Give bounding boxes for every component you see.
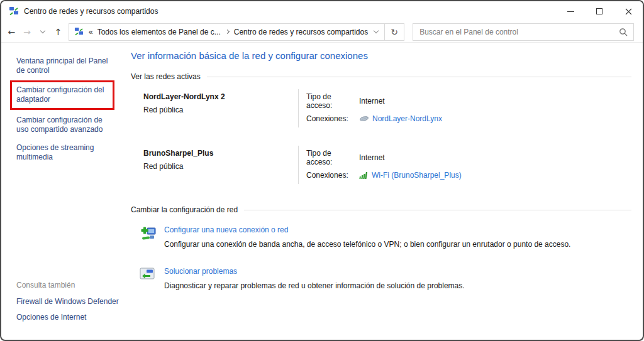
connections-row: Conexiones: NordLayer-NordLynx <box>306 114 442 123</box>
sidebar-item-media-streaming-options[interactable]: Opciones de streaming multimedia <box>16 143 116 162</box>
network-details: Tipo de acceso: Internet Conexiones: <box>306 146 462 184</box>
task-description: Diagnosticar y reparar problemas de red … <box>164 281 465 291</box>
connections-label: Conexiones: <box>306 114 359 123</box>
section-active-networks-label: Ver las redes activas <box>131 72 201 81</box>
breadcrumb-separator-icon <box>225 30 230 34</box>
breadcrumb-item-control-panel[interactable]: Todos los elementos de Panel de c... <box>97 28 221 36</box>
sidebar-item-change-adapter-settings[interactable]: Cambiar configuración del adaptador <box>16 85 109 104</box>
access-type-row: Tipo de acceso: Internet <box>306 149 462 166</box>
network-summary: NordLayer-NordLynx 2 Red pública <box>143 89 298 127</box>
address-bar[interactable]: « Todos los elementos de Panel de c... C… <box>69 23 404 41</box>
wifi-icon <box>359 171 369 179</box>
section-active-networks: Ver las redes activas <box>131 72 631 81</box>
sidebar-item-internet-options[interactable]: Opciones de Internet <box>16 313 122 322</box>
network-sharing-center-window: Centro de redes y recursos compartidos ←… <box>0 0 644 341</box>
window-controls <box>556 1 643 21</box>
network-center-icon <box>9 6 19 16</box>
sidebar: Ventana principal del Panel de control C… <box>1 43 127 340</box>
task-description: Configurar una conexión de banda ancha, … <box>164 239 570 250</box>
minimize-button[interactable] <box>556 1 585 21</box>
task-troubleshoot: Solucionar problemas Diagnosticar y repa… <box>140 267 631 291</box>
connection-link-wifi[interactable]: Wi-Fi (BrunoSharpel_Plus) <box>372 171 462 180</box>
history-dropdown-button[interactable] <box>35 23 50 41</box>
network-summary: BrunoSharpel_Plus Red pública <box>143 146 298 184</box>
network-tasks: Configurar una nueva conexión o red Conf… <box>140 225 631 291</box>
search-icon[interactable] <box>619 28 628 36</box>
breadcrumb-overflow[interactable]: « <box>89 28 93 36</box>
maximize-icon <box>596 8 602 14</box>
troubleshoot-icon <box>140 267 158 291</box>
chevron-down-icon <box>40 28 45 33</box>
up-button[interactable]: ↑ <box>50 23 66 41</box>
active-networks-list: NordLayer-NordLynx 2 Red pública Tipo de… <box>143 81 631 194</box>
network-center-icon <box>74 27 84 36</box>
network-details: Tipo de acceso: Internet Conexiones: <box>306 89 442 127</box>
page-title: Ver información básica de la red y confi… <box>131 50 631 61</box>
section-change-network-label: Cambiar la configuración de red <box>131 205 238 214</box>
breadcrumb-item-current[interactable]: Centro de redes y recursos compartidos <box>234 28 368 36</box>
titlebar: Centro de redes y recursos compartidos <box>1 1 643 21</box>
sidebar-item-windows-defender-firewall[interactable]: Firewall de Windows Defender <box>16 297 122 306</box>
sidebar-item-control-panel-home[interactable]: Ventana principal del Panel de control <box>16 57 116 75</box>
task-link-new-connection[interactable]: Configurar una nueva conexión o red <box>164 225 570 234</box>
network-divider <box>298 146 299 184</box>
back-button[interactable]: ← <box>4 23 19 41</box>
connection-link-nordlayer[interactable]: NordLayer-NordLynx <box>372 114 442 123</box>
network-row-nordlayer: NordLayer-NordLynx 2 Red pública Tipo de… <box>143 81 631 138</box>
window-title: Centro de redes y recursos compartidos <box>24 7 158 16</box>
maximize-button[interactable] <box>585 1 614 21</box>
search-input[interactable] <box>419 28 619 36</box>
task-text: Solucionar problemas Diagnosticar y repa… <box>164 267 465 291</box>
connections-label: Conexiones: <box>306 171 359 180</box>
access-type-label: Tipo de acceso: <box>306 92 359 110</box>
network-profile: Red pública <box>143 162 298 171</box>
minimize-icon <box>567 11 574 12</box>
forward-button[interactable]: → <box>19 23 35 41</box>
network-row-brunosharpel: BrunoSharpel_Plus Red pública Tipo de ac… <box>143 138 631 194</box>
refresh-button[interactable]: ↻ <box>385 24 404 40</box>
main-panel: Ver información básica de la red y confi… <box>127 43 643 340</box>
annotation-box: Cambiar configuración del adaptador <box>10 80 114 110</box>
access-type-value: Internet <box>359 97 385 106</box>
network-name: BrunoSharpel_Plus <box>143 149 298 158</box>
task-text: Configurar una nueva conexión o red Conf… <box>164 225 570 250</box>
new-connection-icon <box>140 225 158 250</box>
sidebar-spacer <box>16 171 122 281</box>
task-new-connection: Configurar una nueva conexión o red Conf… <box>140 225 631 250</box>
access-type-value: Internet <box>359 153 385 162</box>
network-name: NordLayer-NordLynx 2 <box>143 92 298 101</box>
access-type-label: Tipo de acceso: <box>306 149 359 166</box>
close-button[interactable] <box>614 1 643 21</box>
task-link-troubleshoot[interactable]: Solucionar problemas <box>164 267 465 276</box>
section-change-network: Cambiar la configuración de red <box>131 205 631 214</box>
connections-row: Conexiones: <box>306 171 462 180</box>
search-box <box>413 23 634 41</box>
close-icon <box>625 8 632 15</box>
ethernet-icon <box>359 115 369 122</box>
see-also-header: Consulta también <box>16 281 122 290</box>
content-area: Ventana principal del Panel de control C… <box>1 43 643 340</box>
network-profile: Red pública <box>143 106 298 114</box>
section-rule <box>207 77 631 77</box>
chevron-down-icon <box>374 28 379 33</box>
addressbar-dropdown-button[interactable] <box>368 24 384 40</box>
section-rule <box>244 210 631 210</box>
sidebar-item-advanced-sharing-settings[interactable]: Cambiar configuración de uso compartido … <box>16 116 116 134</box>
toolbar: ← → ↑ « Todos los elementos de Panel de … <box>1 21 643 43</box>
network-divider <box>298 89 299 127</box>
access-type-row: Tipo de acceso: Internet <box>306 92 442 110</box>
